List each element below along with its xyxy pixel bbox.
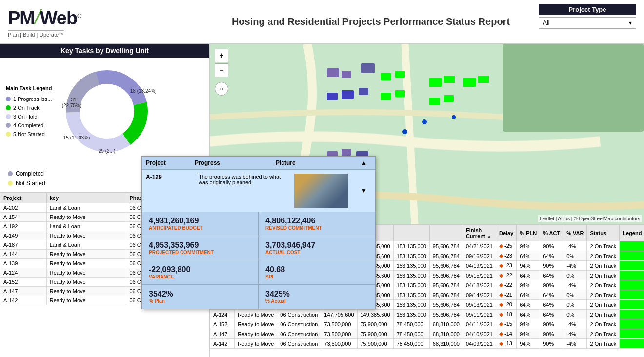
- svg-rect-15: [342, 71, 351, 78]
- project-type-select[interactable]: All ▾: [539, 17, 636, 29]
- main-content: Key Tasks by Dwelling Unit Main Task Leg…: [0, 44, 644, 357]
- not-started-label: Not Started: [16, 180, 45, 187]
- th-finish-current[interactable]: FinishCurrent ▲: [463, 225, 496, 241]
- legend-label-5: 5 Not Started: [13, 131, 45, 137]
- left-cell-key: Ready to Move: [46, 213, 126, 222]
- th-var[interactable]: % VAR: [564, 225, 587, 241]
- cell-c3: 153,135,000: [393, 280, 429, 290]
- cell-delay: ◆ -15: [496, 319, 516, 329]
- cell-pln: 64%: [517, 290, 540, 300]
- cell-delay: ◆ -14: [496, 329, 516, 339]
- zoom-out-button[interactable]: −: [215, 63, 228, 77]
- cell-c4: 95,606,784: [429, 310, 463, 319]
- reset-view-button[interactable]: ○: [215, 82, 228, 96]
- cell-key: Ready to Move: [235, 310, 277, 319]
- svg-rect-27: [444, 95, 454, 102]
- th-pln[interactable]: % PLN: [517, 225, 540, 241]
- metric-pct-actual: 3425% % Actual: [259, 285, 375, 309]
- cell-phase: 06 Construction: [277, 310, 321, 319]
- popup-col-picture: Picture: [276, 159, 357, 166]
- completed-label: Completed: [16, 170, 44, 177]
- cell-legend: [620, 241, 644, 251]
- cell-status: 2 On Track: [587, 290, 620, 300]
- project-type-value: All: [543, 20, 549, 26]
- svg-rect-19: [359, 88, 368, 95]
- popup-col-project: Project: [146, 159, 195, 166]
- popup-progress-text: The progress was behined to what was ori…: [199, 174, 290, 185]
- left-cell-project: A-147: [0, 287, 47, 296]
- delay-diamond: ◆: [499, 311, 503, 317]
- cell-pln: 64%: [517, 310, 540, 319]
- cell-act: 90%: [540, 241, 564, 251]
- cell-var: 0%: [564, 310, 587, 319]
- cell-var: 0%: [564, 251, 587, 261]
- cell-phase: 06 Construction: [277, 339, 321, 349]
- cell-var: -4%: [564, 319, 587, 329]
- svg-text:15 (11.03%): 15 (11.03%): [63, 135, 89, 140]
- metric-spi: 40.68 SPI: [259, 260, 375, 285]
- cell-var: -4%: [564, 261, 587, 271]
- svg-point-35: [452, 115, 456, 119]
- cell-key: Ready to Move: [235, 329, 277, 339]
- metric-revised-commitment: 4,806,122,406 REVISED COMMITMENT: [259, 212, 375, 236]
- delay-diamond: ◆: [499, 340, 503, 346]
- cell-pln: 94%: [517, 261, 540, 271]
- cell-project: A-142: [210, 339, 235, 349]
- cell-delay: ◆ -22: [496, 280, 516, 290]
- svg-point-34: [402, 129, 407, 134]
- left-cell-key: Land & Loan: [46, 222, 126, 231]
- cell-delay: ◆ -18: [496, 310, 516, 319]
- donut-chart: 18 (13.24%) center 15 (11.03%) 31 (22.75…: [58, 62, 156, 160]
- donut-area: Main Task Legend 1 Progress Iss... 2 On …: [0, 58, 209, 165]
- cell-c4: 68,310,000: [429, 339, 463, 349]
- delay-diamond: ◆: [499, 272, 503, 278]
- svg-rect-26: [429, 98, 440, 105]
- delay-diamond: ◆: [499, 253, 503, 258]
- th-col7[interactable]: [429, 225, 463, 241]
- completed-dot: [8, 171, 13, 176]
- th-act[interactable]: % ACT: [540, 225, 564, 241]
- svg-text:31: 31: [71, 97, 77, 102]
- th-col6[interactable]: [393, 225, 429, 241]
- metric-actual-cost: 3,703,946,947 ACTUAL COST: [259, 236, 375, 260]
- th-delay[interactable]: Delay: [496, 225, 516, 241]
- left-cell-key: Ready to Move: [46, 231, 126, 240]
- delay-diamond: ◆: [499, 292, 503, 298]
- popup-scroll-down[interactable]: ▼: [357, 187, 371, 194]
- cell-finish-current: 09/15/2021: [463, 271, 496, 280]
- cell-status: 2 On Track: [587, 280, 620, 290]
- zoom-in-button[interactable]: +: [215, 49, 228, 62]
- cell-delay: ◆ -22: [496, 271, 516, 280]
- cell-c3: 78,450,000: [393, 329, 429, 339]
- left-cell-key: Land & Loan: [46, 240, 126, 250]
- cell-legend: [620, 290, 644, 300]
- cell-c2: 75,900,000: [357, 339, 393, 349]
- svg-rect-25: [444, 76, 455, 83]
- th-status[interactable]: Status: [587, 225, 620, 241]
- th-legend[interactable]: Legend: [620, 225, 644, 241]
- delay-diamond: ◆: [499, 282, 503, 288]
- left-cell-key: Land & Loan: [46, 203, 126, 213]
- logo-area: PM/Web® Plan | Build | Operate™: [8, 6, 105, 38]
- cell-c3: 153,135,000: [393, 251, 429, 261]
- th-project[interactable]: Project: [0, 193, 47, 203]
- cell-c3: 153,135,000: [393, 300, 429, 310]
- cell-delay: ◆ -13: [496, 339, 516, 349]
- table-row: A-142 Ready to Move 06 Construction 73,5…: [210, 339, 644, 349]
- table-row: A-124 Ready to Move 06 Construction 147,…: [210, 310, 644, 319]
- cell-delay: ◆ -25: [496, 241, 516, 251]
- svg-rect-18: [342, 90, 354, 99]
- legend-item-5: 5 Not Started: [6, 131, 52, 137]
- cell-pln: 94%: [517, 329, 540, 339]
- cell-legend: [620, 300, 644, 310]
- logo-reg: ®: [77, 13, 81, 20]
- th-key[interactable]: key: [46, 193, 126, 203]
- not-started-dot: [8, 181, 13, 186]
- metric-anticipated-budget: 4,931,260,169 ANTICIPATED BUDGET: [142, 212, 259, 236]
- cell-c1: 73,500,000: [321, 319, 357, 329]
- cell-key: Ready to Move: [235, 319, 277, 329]
- svg-text:(22.75%): (22.75%): [61, 103, 81, 108]
- cell-var: 0%: [564, 300, 587, 310]
- logo-tagline: Plan | Build | Operate™: [8, 30, 64, 38]
- popup-scroll-up[interactable]: ▲: [357, 159, 371, 166]
